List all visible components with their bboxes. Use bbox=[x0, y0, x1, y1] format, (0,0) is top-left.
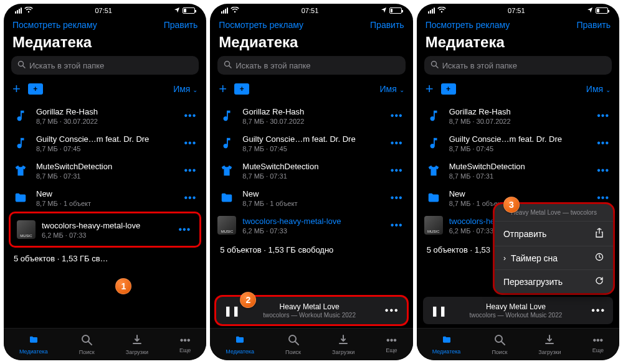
status-time: 07:51 bbox=[95, 7, 112, 14]
player-more-icon[interactable]: ••• bbox=[385, 305, 399, 316]
sort-dropdown[interactable]: Имя ⌄ bbox=[586, 84, 611, 94]
chevron-down-icon: ⌄ bbox=[399, 86, 404, 93]
add-folder-button[interactable]: + bbox=[441, 83, 456, 95]
search-icon bbox=[17, 60, 26, 70]
more-icon[interactable]: ••• bbox=[388, 165, 406, 176]
folder-icon bbox=[234, 335, 246, 347]
menu-item-send[interactable]: Отправить bbox=[495, 222, 613, 246]
shirt-icon bbox=[11, 161, 30, 180]
list-item[interactable]: Guilty Conscie…m feat. Dr. Dre8,7 МБ · 0… bbox=[5, 129, 205, 157]
folder-icon bbox=[11, 189, 30, 207]
list-item[interactable]: MuteSwitchDetection8,7 МБ · 07:31••• bbox=[211, 157, 411, 184]
status-time: 07:51 bbox=[508, 7, 525, 14]
more-icon[interactable]: ••• bbox=[594, 192, 612, 203]
tab-downloads[interactable]: Загрузки bbox=[332, 334, 354, 355]
location-icon bbox=[381, 7, 387, 14]
mini-player[interactable]: ❚❚ Heavy Metal Love twocolors — Workout … bbox=[423, 297, 613, 324]
status-time: 07:51 bbox=[302, 7, 319, 14]
tab-library[interactable]: Медиатека bbox=[19, 335, 48, 355]
more-icon[interactable]: ••• bbox=[594, 138, 612, 149]
more-icon[interactable]: ••• bbox=[182, 192, 199, 203]
edit-button[interactable]: Править bbox=[576, 20, 611, 30]
callout-badge: 3 bbox=[503, 197, 520, 213]
edit-button[interactable]: Править bbox=[370, 20, 404, 30]
tab-downloads[interactable]: Загрузки bbox=[538, 334, 561, 355]
player-subtitle: twocolors — Workout Music 2022 bbox=[242, 312, 376, 319]
wifi-icon bbox=[231, 7, 239, 14]
svg-line-3 bbox=[88, 342, 92, 345]
list-item[interactable]: Gorillaz Re-Hash8,7 МБ · 30.07.2022 ••• bbox=[5, 102, 205, 129]
music-note-icon bbox=[424, 106, 443, 125]
add-folder-button[interactable]: + bbox=[28, 83, 43, 95]
edit-button[interactable]: Править bbox=[164, 20, 198, 30]
tab-search[interactable]: Поиск bbox=[285, 334, 301, 355]
wifi-icon bbox=[437, 7, 446, 14]
album-art-icon: MUSIC bbox=[217, 216, 236, 235]
player-more-icon[interactable]: ••• bbox=[591, 305, 606, 316]
more-icon[interactable]: ••• bbox=[176, 224, 194, 235]
more-icon[interactable]: ••• bbox=[594, 110, 612, 121]
wifi-icon bbox=[24, 7, 33, 14]
svg-line-1 bbox=[23, 66, 26, 68]
list-item[interactable]: Guilty Conscie…m feat. Dr. Dre8,7 МБ · 0… bbox=[418, 129, 618, 157]
music-note-icon bbox=[11, 106, 30, 125]
menu-item-sleep-timer[interactable]: ›Таймер сна bbox=[495, 246, 613, 270]
more-icon[interactable]: ••• bbox=[182, 138, 199, 149]
sort-dropdown[interactable]: Имя ⌄ bbox=[173, 84, 197, 94]
more-icon[interactable]: ••• bbox=[594, 165, 612, 176]
ad-link[interactable]: Посмотреть рекламу bbox=[426, 20, 510, 30]
more-icon[interactable]: ••• bbox=[388, 192, 406, 203]
list-item[interactable]: New8,7 МБ · 1 объект ••• bbox=[5, 184, 205, 212]
search-icon bbox=[81, 334, 92, 347]
list-item[interactable]: New8,7 МБ · 1 объект••• bbox=[211, 184, 411, 212]
music-note-icon bbox=[11, 134, 30, 152]
tab-more[interactable]: ••• Еще bbox=[179, 335, 191, 353]
pause-icon[interactable]: ❚❚ bbox=[224, 305, 234, 317]
ad-link[interactable]: Посмотреть рекламу bbox=[219, 20, 303, 30]
search-icon bbox=[224, 60, 232, 70]
list-item-selected[interactable]: MUSIC twocolors-heavy-metal-love6,2 МБ ·… bbox=[13, 216, 197, 243]
ad-link[interactable]: Посмотреть рекламу bbox=[12, 20, 97, 30]
screen-3: 07:51 Посмотреть рекламуПравить Медиатек… bbox=[417, 4, 619, 360]
tab-more[interactable]: •••Еще bbox=[386, 335, 397, 353]
more-icon[interactable]: ••• bbox=[182, 110, 199, 121]
page-title: Медиатека bbox=[4, 31, 206, 56]
tab-library[interactable]: Медиатека bbox=[432, 335, 461, 355]
more-icon[interactable]: ••• bbox=[388, 220, 406, 231]
search-field[interactable]: Искать в этой папке bbox=[11, 56, 199, 75]
more-icon[interactable]: ••• bbox=[388, 138, 406, 149]
more-icon[interactable]: ••• bbox=[182, 165, 199, 176]
list-item[interactable]: MuteSwitchDetection8,7 МБ · 07:31••• bbox=[418, 157, 618, 184]
battery-icon bbox=[596, 7, 608, 14]
add-button[interactable]: + bbox=[219, 82, 227, 96]
list-item[interactable]: Gorillaz Re-Hash8,7 МБ · 30.07.2022••• bbox=[211, 102, 411, 129]
folder-icon bbox=[217, 189, 236, 207]
tab-search[interactable]: Поиск bbox=[492, 334, 507, 355]
add-button[interactable]: + bbox=[12, 82, 21, 96]
list-item[interactable]: Gorillaz Re-Hash8,7 МБ · 30.07.2022••• bbox=[418, 102, 618, 129]
music-note-icon bbox=[217, 106, 236, 125]
summary-text: 5 объектов · 1,53 ГБ свободно bbox=[211, 239, 411, 258]
add-button[interactable]: + bbox=[426, 82, 434, 96]
tab-search[interactable]: Поиск bbox=[79, 334, 95, 355]
list-item[interactable]: Guilty Conscie…m feat. Dr. Dre8,7 МБ · 0… bbox=[211, 129, 411, 157]
pause-icon[interactable]: ❚❚ bbox=[430, 305, 440, 317]
cellular-signal-icon bbox=[15, 7, 22, 14]
more-icon[interactable]: ••• bbox=[388, 110, 406, 121]
svg-line-9 bbox=[435, 66, 438, 68]
list-item-playing[interactable]: MUSICtwocolors-heavy-metal-love6,2 МБ · … bbox=[211, 212, 411, 239]
tab-library[interactable]: Медиатека bbox=[226, 335, 254, 355]
search-field[interactable]: Искать в этой папке bbox=[424, 56, 612, 75]
screen-2: 07:51 Посмотреть рекламуПравить Медиатек… bbox=[210, 4, 412, 360]
tab-downloads[interactable]: Загрузки bbox=[126, 334, 148, 355]
menu-item-reload[interactable]: Перезагрузить bbox=[495, 270, 613, 293]
add-folder-button[interactable]: + bbox=[234, 83, 249, 95]
status-bar: 07:51 bbox=[210, 4, 412, 17]
chevron-right-icon: › bbox=[503, 254, 506, 263]
list-item[interactable]: MuteSwitchDetection8,7 МБ · 07:31 ••• bbox=[5, 157, 205, 184]
shirt-icon bbox=[217, 161, 236, 180]
search-field[interactable]: Искать в этой папке bbox=[217, 56, 405, 75]
sort-dropdown[interactable]: Имя ⌄ bbox=[379, 84, 404, 94]
tab-more[interactable]: •••Еще bbox=[592, 335, 604, 353]
page-title: Медиатека bbox=[417, 31, 619, 56]
